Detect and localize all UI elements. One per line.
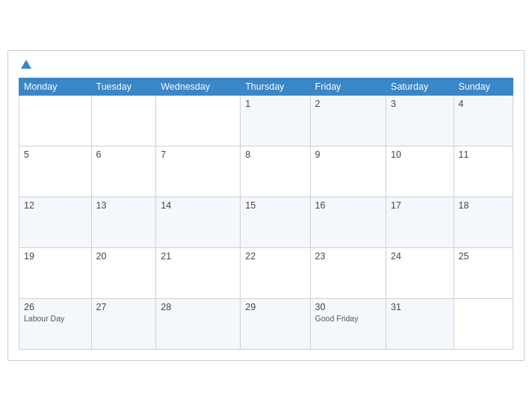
calendar-cell: 28 [156, 299, 241, 350]
weekday-header-friday: Friday [310, 78, 386, 96]
day-number: 26 [24, 302, 87, 312]
calendar-cell: 19 [19, 248, 92, 299]
calendar-grid: MondayTuesdayWednesdayThursdayFridaySatu… [19, 78, 513, 350]
day-number: 2 [315, 99, 382, 109]
weekday-header-saturday: Saturday [386, 78, 454, 96]
calendar-cell: 3 [386, 96, 454, 146]
calendar-cell: 26Labour Day [19, 299, 92, 350]
day-number: 10 [391, 149, 448, 160]
day-number: 25 [459, 251, 509, 262]
day-number: 3 [391, 99, 448, 109]
day-number: 4 [459, 99, 509, 109]
calendar-cell: 10 [386, 146, 454, 197]
calendar-cell: 13 [91, 197, 156, 248]
day-number: 17 [391, 200, 448, 211]
calendar-cell [91, 96, 156, 146]
day-number: 12 [24, 200, 87, 211]
calendar-cell [156, 96, 241, 146]
logo-triangle-icon [21, 60, 31, 69]
weekday-header-sunday: Sunday [454, 78, 513, 96]
calendar-cell: 20 [91, 248, 156, 299]
day-number: 9 [315, 149, 382, 160]
day-number: 31 [391, 302, 448, 312]
day-number: 27 [96, 302, 152, 312]
day-number: 11 [459, 149, 509, 160]
day-number: 20 [96, 251, 152, 262]
calendar-cell [454, 299, 513, 350]
day-number: 13 [96, 200, 152, 211]
day-number: 7 [161, 149, 235, 160]
calendar-cell: 15 [241, 197, 310, 248]
weekday-header-thursday: Thursday [241, 78, 310, 96]
day-number: 19 [24, 251, 87, 262]
calendar-cell: 7 [156, 146, 241, 197]
day-number: 18 [459, 200, 509, 211]
day-event: Labour Day [24, 314, 87, 323]
week-row-3: 12131415161718 [19, 197, 513, 248]
calendar-cell [19, 96, 92, 146]
calendar-cell: 12 [19, 197, 92, 248]
calendar-cell: 31 [386, 299, 454, 350]
calendar-cell: 2 [310, 96, 386, 146]
calendar-cell: 27 [91, 299, 156, 350]
calendar-cell: 25 [454, 248, 513, 299]
calendar-cell: 17 [386, 197, 454, 248]
day-number: 30 [315, 302, 382, 312]
calendar-cell: 1 [241, 96, 310, 146]
calendar-cell: 14 [156, 197, 241, 248]
day-number: 24 [391, 251, 448, 262]
calendar-cell: 30Good Friday [310, 299, 386, 350]
day-event: Good Friday [315, 314, 382, 323]
calendar-container: MondayTuesdayWednesdayThursdayFridaySatu… [7, 50, 525, 361]
calendar-cell: 5 [19, 146, 92, 197]
day-number: 1 [245, 99, 305, 109]
logo [19, 60, 31, 70]
day-number: 8 [245, 149, 305, 160]
calendar-cell: 8 [241, 146, 310, 197]
calendar-cell: 4 [454, 96, 513, 146]
calendar-cell: 6 [91, 146, 156, 197]
calendar-cell: 9 [310, 146, 386, 197]
calendar-cell: 18 [454, 197, 513, 248]
calendar-header [19, 60, 513, 70]
week-row-1: 1234 [19, 96, 513, 146]
day-number: 21 [161, 251, 235, 262]
calendar-cell: 29 [241, 299, 310, 350]
day-number: 29 [245, 302, 305, 312]
day-number: 15 [245, 200, 305, 211]
day-number: 14 [161, 200, 235, 211]
calendar-cell: 16 [310, 197, 386, 248]
calendar-cell: 22 [241, 248, 310, 299]
weekday-header-tuesday: Tuesday [91, 78, 156, 96]
week-row-2: 567891011 [19, 146, 513, 197]
week-row-5: 26Labour Day27282930Good Friday31 [19, 299, 513, 350]
week-row-4: 19202122232425 [19, 248, 513, 299]
calendar-cell: 11 [454, 146, 513, 197]
day-number: 16 [315, 200, 382, 211]
calendar-cell: 21 [156, 248, 241, 299]
calendar-cell: 23 [310, 248, 386, 299]
day-number: 28 [161, 302, 235, 312]
calendar-cell: 24 [386, 248, 454, 299]
weekday-header-wednesday: Wednesday [156, 78, 241, 96]
day-number: 5 [24, 149, 87, 160]
weekday-header-row: MondayTuesdayWednesdayThursdayFridaySatu… [19, 78, 513, 96]
weekday-header-monday: Monday [19, 78, 92, 96]
day-number: 23 [315, 251, 382, 262]
day-number: 22 [245, 251, 305, 262]
day-number: 6 [96, 149, 152, 160]
